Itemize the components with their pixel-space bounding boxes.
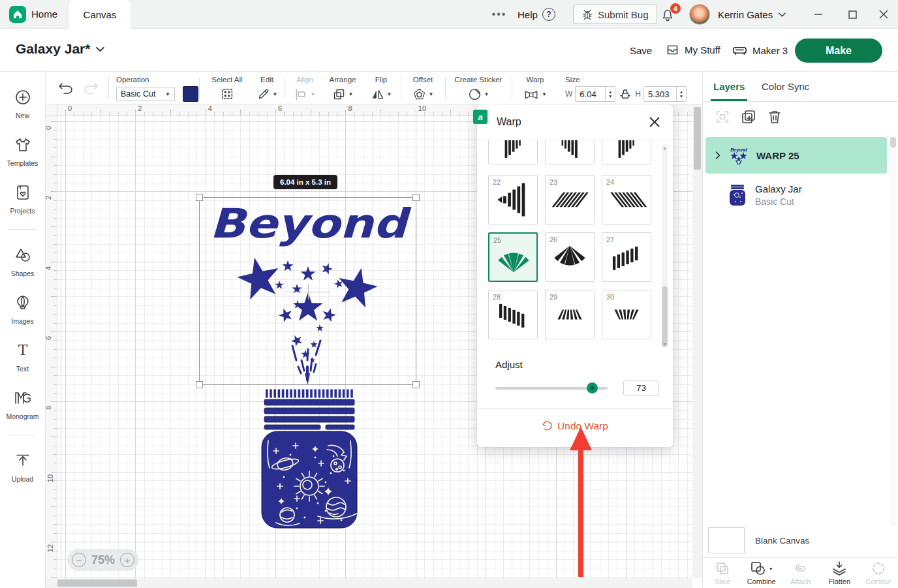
tab-color-sync[interactable]: Color Sync xyxy=(762,72,809,101)
layers-scroll-thumb[interactable] xyxy=(890,137,896,147)
edit-menu-button[interactable]: Edit ▼ xyxy=(252,75,282,103)
window-maximize-button[interactable] xyxy=(838,0,867,29)
vertical-scrollbar[interactable] xyxy=(692,104,702,578)
project-title[interactable]: Galaxy Jar* xyxy=(16,41,105,57)
warp-style-tile[interactable] xyxy=(488,140,538,164)
width-stepper[interactable]: ▲▼ xyxy=(605,87,615,101)
vscroll-thumb[interactable] xyxy=(694,107,701,170)
flatten-icon xyxy=(831,561,847,576)
height-stepper[interactable]: ▲▼ xyxy=(676,87,686,101)
lock-icon[interactable] xyxy=(619,87,631,101)
zoom-level: 75% xyxy=(91,553,115,567)
machine-select-button[interactable]: Maker 3 xyxy=(732,43,788,58)
width-input[interactable]: 6.04 ▲▼ xyxy=(575,86,615,102)
attach-button[interactable]: Attach xyxy=(781,558,820,588)
chevron-right-icon[interactable] xyxy=(713,151,722,160)
galaxy-jar-image[interactable] xyxy=(258,387,361,532)
warp-style-tile-27[interactable]: 27 xyxy=(602,232,651,282)
sidebar-item-label: Images xyxy=(11,317,33,325)
submit-bug-button[interactable]: Submit Bug xyxy=(573,5,657,24)
separator xyxy=(285,77,285,99)
trash-icon[interactable] xyxy=(767,109,782,125)
tab-layers[interactable]: Layers xyxy=(713,72,745,101)
contour-button[interactable]: Contour xyxy=(859,558,898,588)
templates-icon xyxy=(14,136,31,156)
sidebar-item-projects[interactable]: Projects xyxy=(0,184,45,215)
warp-style-tile-25[interactable]: 25 xyxy=(488,232,538,282)
action-label: Slice xyxy=(715,578,730,585)
warp-style-tile-28[interactable]: 28 xyxy=(488,290,538,339)
user-avatar[interactable] xyxy=(689,4,710,25)
group-icon[interactable] xyxy=(715,109,730,125)
layer-row-galaxy-jar[interactable]: Galaxy Jar Basic Cut xyxy=(705,176,887,214)
hscroll-thumb[interactable] xyxy=(57,580,137,587)
selection-handle-se[interactable] xyxy=(412,381,420,388)
scroll-up-icon[interactable]: ▲ xyxy=(662,146,668,150)
overflow-menu-button[interactable]: ••• xyxy=(488,0,510,29)
selection-bounding-box[interactable] xyxy=(199,197,416,385)
adjust-label: Adjust xyxy=(495,359,523,370)
sidebar-item-upload[interactable]: Upload xyxy=(0,452,45,483)
warp-style-tile[interactable] xyxy=(545,140,595,164)
color-swatch[interactable] xyxy=(183,86,198,102)
sidebar-item-shapes[interactable]: Shapes xyxy=(0,247,45,277)
adjust-slider-knob[interactable] xyxy=(587,382,598,394)
warp-style-tile-22[interactable]: 22 xyxy=(488,175,538,224)
blank-canvas-swatch[interactable] xyxy=(708,527,745,553)
window-close-button[interactable] xyxy=(869,0,898,29)
horizontal-scrollbar[interactable] xyxy=(46,578,692,588)
selection-handle-nw[interactable] xyxy=(196,194,203,201)
blank-canvas-row[interactable]: Blank Canvas xyxy=(703,523,898,557)
sidebar-item-text[interactable]: TText xyxy=(0,342,45,373)
sidebar-item-images[interactable]: Images xyxy=(0,294,45,325)
sidebar-item-monogram[interactable]: Monogram xyxy=(0,390,45,420)
redo-button[interactable] xyxy=(82,75,99,101)
tab-canvas[interactable]: Canvas xyxy=(69,0,131,29)
duplicate-icon[interactable] xyxy=(741,109,756,125)
align-menu-button[interactable]: Align ▼ xyxy=(290,75,320,103)
make-button[interactable]: Make xyxy=(795,39,882,63)
slice-button[interactable]: Slice xyxy=(703,558,742,588)
undo-button[interactable] xyxy=(57,75,74,101)
select-all-button[interactable]: Select All xyxy=(206,75,249,103)
layers-scrollbar[interactable] xyxy=(890,136,896,527)
warp-style-tile-24[interactable]: 24 xyxy=(602,175,651,224)
zoom-in-button[interactable]: + xyxy=(120,553,134,567)
sidebar-item-templates[interactable]: Templates xyxy=(0,136,45,167)
zoom-out-button[interactable]: − xyxy=(72,553,86,567)
user-menu[interactable]: Kerrin Gates xyxy=(718,0,786,29)
warp-style-tile-29[interactable]: 29 xyxy=(545,290,595,339)
arrange-menu-button[interactable]: Arrange ▼ xyxy=(324,75,362,103)
combine-button[interactable]: ▼Combine xyxy=(742,558,781,588)
warp-menu-button[interactable]: Warp ▼ xyxy=(517,75,553,103)
divider xyxy=(477,408,673,409)
selection-handle-sw[interactable] xyxy=(196,381,203,388)
warp-style-tile-23[interactable]: 23 xyxy=(545,175,595,224)
my-stuff-button[interactable]: My Stuff xyxy=(666,43,720,57)
warp-scroll-thumb[interactable] xyxy=(662,286,668,347)
operation-select[interactable]: Basic Cut▼ xyxy=(116,87,175,101)
flatten-button[interactable]: Flatten xyxy=(820,558,859,588)
window-minimize-button[interactable] xyxy=(804,0,833,29)
warp-grid-scrollbar[interactable]: ▲ ▼ xyxy=(662,144,668,348)
flip-menu-button[interactable]: Flip ▼ xyxy=(367,75,395,103)
help-button[interactable]: Help? xyxy=(518,0,555,29)
adjust-value-input[interactable]: 73 xyxy=(623,380,659,396)
warp-panel-header: Warp xyxy=(477,104,673,140)
warp-style-tile[interactable] xyxy=(602,140,651,164)
scroll-down-icon[interactable]: ▼ xyxy=(662,342,668,347)
height-input[interactable]: 5.303 ▲▼ xyxy=(643,86,687,102)
adjust-slider[interactable] xyxy=(495,387,608,390)
layer-row-warp25[interactable]: Beyond WARP 25 xyxy=(705,137,887,174)
warp-style-tile-30[interactable]: 30 xyxy=(602,290,651,339)
close-icon[interactable] xyxy=(648,116,661,129)
tab-home[interactable]: Home xyxy=(31,8,57,20)
sidebar-item-new[interactable]: New xyxy=(0,89,45,119)
offset-menu-button[interactable]: Offset ▼ xyxy=(406,75,440,103)
warp-style-tile-26[interactable]: 26 xyxy=(545,232,595,282)
create-sticker-button[interactable]: Create Sticker ▼ xyxy=(450,75,506,103)
selection-handle-ne[interactable] xyxy=(412,194,420,201)
save-button[interactable]: Save xyxy=(630,45,652,56)
cricut-logo[interactable] xyxy=(9,6,26,23)
action-label: Contour xyxy=(866,578,891,585)
